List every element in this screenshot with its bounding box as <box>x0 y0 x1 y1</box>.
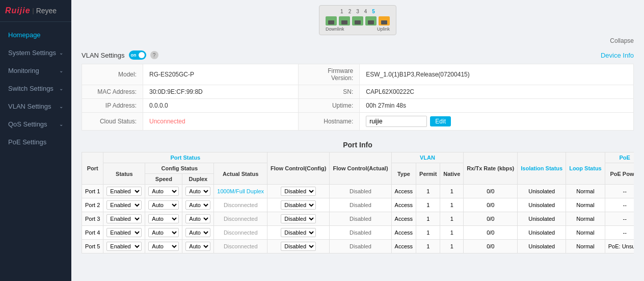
vlan-native: 1 <box>440 240 464 253</box>
port-labels: Downlink Uplink <box>326 27 390 32</box>
logo-brand1: Ruijie <box>5 6 31 15</box>
status-select[interactable]: Enabled Disabled <box>106 242 142 251</box>
vlan-settings-label: VLAN Settings <box>82 52 125 59</box>
port-status: Enabled Disabled <box>103 212 145 226</box>
hostname-input[interactable] <box>366 116 427 127</box>
actual-status: Disconnected <box>214 198 267 212</box>
device-info-link[interactable]: Device Info <box>601 52 634 59</box>
sidebar-item-poe-settings[interactable]: PoE Settings <box>0 133 71 151</box>
sidebar: Ruijie | Reyee Homepage System Settings … <box>0 0 71 281</box>
flow-config-select[interactable]: Disabled Enabled <box>281 214 316 223</box>
isolation-status: Unisolated <box>518 240 566 253</box>
port-2-icon[interactable] <box>339 16 350 25</box>
flow-config-select[interactable]: Disabled Enabled <box>281 242 316 251</box>
status-select[interactable]: Enabled Disabled <box>106 228 142 237</box>
duplex-select[interactable]: Auto FullHalf <box>185 242 210 251</box>
port-4-icon[interactable] <box>365 16 377 25</box>
device-info-row-model: Model: RG-ES205GC-P Firmware Version: ES… <box>82 64 634 85</box>
device-info-row-ip: IP Address: 0.0.0.0 Uptime: 00h 27min 48… <box>82 99 634 113</box>
vlan-type: Access <box>391 185 416 198</box>
speed-select[interactable]: Auto 10M100M1000M <box>148 228 179 237</box>
flow-config-select[interactable]: Disabled Enabled <box>281 187 316 196</box>
th-rx-tx: Rx/Tx Rate (kbps) <box>464 152 518 185</box>
model-label: Model: <box>82 64 143 85</box>
duplex-select[interactable]: Auto FullHalf <box>185 228 210 237</box>
vlan-toggle[interactable]: on <box>129 50 146 60</box>
port-3-icon[interactable] <box>352 16 363 25</box>
port-status: Enabled Disabled <box>103 198 145 212</box>
sidebar-item-vlan-settings[interactable]: VLAN Settings ⌄ <box>0 97 71 115</box>
sidebar-item-homepage[interactable]: Homepage <box>0 26 71 44</box>
isolation-status: Unisolated <box>518 198 566 212</box>
help-icon[interactable]: ? <box>150 51 158 59</box>
th-port-status[interactable]: Port Status <box>103 152 267 163</box>
chevron-down-icon: ⌄ <box>59 104 63 109</box>
port-name: Port 1 <box>82 185 103 198</box>
status-select[interactable]: Enabled Disabled <box>106 187 142 196</box>
speed-select[interactable]: Auto 10M100M1000M <box>148 242 179 251</box>
speed-select[interactable]: Auto 10M100M1000M <box>148 187 179 196</box>
table-header-row1: Port Port Status Flow Control(Config) Fl… <box>82 152 634 163</box>
port-status: Enabled Disabled <box>103 185 145 198</box>
port-name: Port 2 <box>82 198 103 212</box>
port-1-icon[interactable] <box>326 16 337 25</box>
speed-select[interactable]: Auto 10M100M1000M <box>148 200 179 210</box>
port-5-icon[interactable] <box>379 16 390 25</box>
flow-actual: Disabled <box>330 212 391 226</box>
rx-tx-rate: 0/0 <box>464 212 518 226</box>
port-info-title: Port Info <box>82 137 634 152</box>
device-info-table: Model: RG-ES205GC-P Firmware Version: ES… <box>82 64 634 131</box>
port-status: Enabled Disabled <box>103 240 145 253</box>
collapse-bar[interactable]: Collapse <box>71 35 644 46</box>
chevron-down-icon: ⌄ <box>59 68 63 73</box>
model-value: RG-ES205GC-P <box>143 64 299 85</box>
sidebar-item-switch-settings[interactable]: Switch Settings ⌄ <box>0 80 71 97</box>
th-vlan[interactable]: VLAN <box>391 152 464 163</box>
flow-config-select[interactable]: Disabled Enabled <box>281 228 316 237</box>
logo-separator: | <box>33 7 34 14</box>
chevron-down-icon: ⌄ <box>59 121 63 127</box>
vlan-permit: 1 <box>416 212 440 226</box>
sidebar-item-system-settings-label: System Settings <box>8 49 56 57</box>
flow-config-select[interactable]: Disabled Enabled <box>281 200 316 210</box>
speed-cell: Auto 10M100M1000M <box>145 198 182 212</box>
th-poe[interactable]: PoE <box>605 152 634 163</box>
actual-status: Disconnected <box>214 212 267 226</box>
th-poe-power: PoE Power <box>605 163 634 185</box>
duplex-select[interactable]: Auto FullHalf <box>185 187 210 196</box>
sidebar-item-monitoring[interactable]: Monitoring ⌄ <box>0 62 71 80</box>
th-native: Native <box>440 163 464 185</box>
loop-status: Normal <box>566 198 605 212</box>
sidebar-item-system-settings[interactable]: System Settings ⌄ <box>0 44 71 62</box>
speed-select[interactable]: Auto 10M100M1000M <box>148 214 179 223</box>
duplex-select[interactable]: Auto FullHalf <box>185 214 210 223</box>
collapse-label: Collapse <box>610 37 634 44</box>
table-row: Port 4 Enabled Disabled Auto 10M100M1000… <box>82 226 634 240</box>
duplex-cell: Auto FullHalf <box>182 212 214 226</box>
rx-tx-rate: 0/0 <box>464 198 518 212</box>
status-select[interactable]: Enabled Disabled <box>106 200 142 210</box>
uptime-label: Uptime: <box>299 99 360 113</box>
sidebar-item-homepage-label: Homepage <box>8 31 41 39</box>
table-row: Port 2 Enabled Disabled Auto 10M100M1000… <box>82 198 634 212</box>
logo-area: Ruijie | Reyee <box>0 0 71 22</box>
port-table-body: Port 1 Enabled Disabled Auto 10M100M1000… <box>82 185 634 253</box>
content-area: VLAN Settings on ? Device Info Model: RG… <box>71 46 644 253</box>
duplex-select[interactable]: Auto FullHalf <box>185 200 210 210</box>
th-duplex: Duplex <box>182 174 214 185</box>
edit-button[interactable]: Edit <box>430 116 451 126</box>
status-select[interactable]: Enabled Disabled <box>106 214 142 223</box>
speed-cell: Auto 10M100M1000M <box>145 185 182 198</box>
port-name: Port 3 <box>82 212 103 226</box>
device-info-row-mac: MAC Address: 30:0D:9E:CF:99:8D SN: CAPL6… <box>82 85 634 99</box>
th-port: Port <box>82 152 103 185</box>
sidebar-item-qos-settings[interactable]: QoS Settings ⌄ <box>0 115 71 133</box>
flow-config-cell: Disabled Enabled <box>267 226 330 240</box>
actual-status: Disconnected <box>214 226 267 240</box>
port-table-wrapper: Port Port Status Flow Control(Config) Fl… <box>82 152 634 253</box>
th-loop[interactable]: Loop Status <box>566 152 605 185</box>
hostname-row: Edit <box>366 116 627 127</box>
isolation-status: Unisolated <box>518 185 566 198</box>
chevron-down-icon: ⌄ <box>59 50 63 56</box>
th-isolation[interactable]: Isolation Status <box>518 152 566 185</box>
